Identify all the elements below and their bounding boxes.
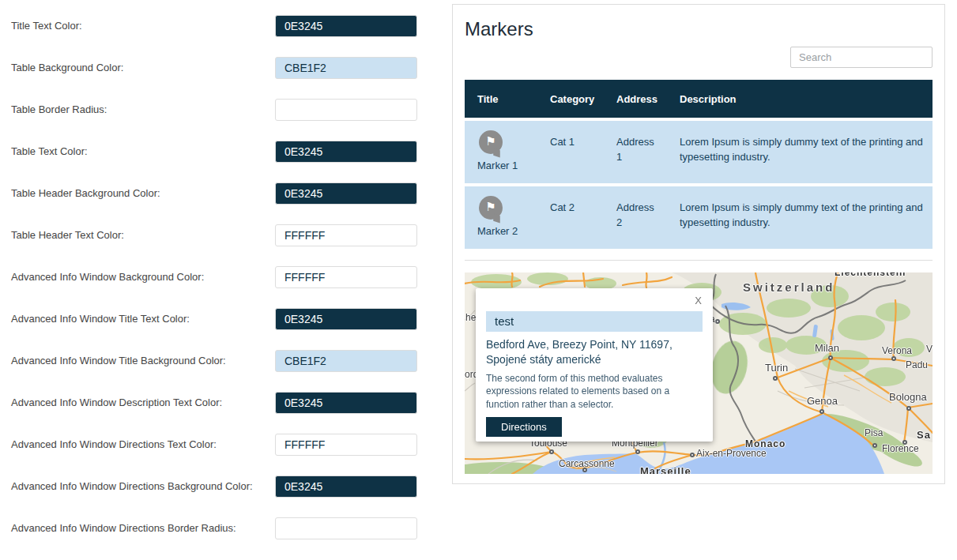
search-wrap bbox=[465, 47, 933, 68]
marker-address: Address 2 bbox=[604, 186, 667, 249]
map-label-switzerland: Switzerland bbox=[743, 280, 835, 294]
table-header-row: Title Category Address Description bbox=[465, 80, 933, 118]
field-row-title-text-color: Title Text Color: bbox=[11, 5, 417, 47]
city-dot bbox=[635, 449, 640, 454]
marker-title: Marker 1 bbox=[477, 159, 533, 174]
city-dot bbox=[549, 449, 554, 454]
info-window-title: test bbox=[495, 314, 514, 328]
marker-title-cell: ⚑ Marker 2 bbox=[465, 186, 537, 249]
field-row-infowindow-title-background-color: Advanced Info Window Title Background Co… bbox=[11, 340, 417, 381]
map-label-san-marino: Sa bbox=[917, 429, 931, 441]
map-label-marseille: Marseille bbox=[640, 465, 691, 474]
info-window-description: The second form of this method evaluates… bbox=[486, 372, 691, 412]
city-dot bbox=[828, 355, 833, 360]
flag-marker-icon: ⚑ bbox=[479, 130, 503, 154]
info-window-address: Bedford Ave, Breezy Point, NY 11697, Spo… bbox=[486, 337, 707, 367]
map-label-milan: Milan bbox=[815, 342, 839, 354]
table-border-radius-input[interactable] bbox=[275, 99, 417, 121]
infowindow-directions-background-color-input[interactable] bbox=[275, 475, 417, 498]
city-dot bbox=[872, 443, 877, 448]
infowindow-background-color-input[interactable] bbox=[275, 266, 417, 288]
field-label: Advanced Info Window Description Text Co… bbox=[11, 397, 222, 408]
infowindow-directions-border-radius-input[interactable] bbox=[275, 517, 417, 539]
infowindow-description-text-color-input[interactable] bbox=[275, 392, 417, 414]
style-settings-form: Title Text Color: Table Background Color… bbox=[11, 5, 417, 549]
info-window-title-bar: test bbox=[486, 311, 703, 332]
column-header-description: Description bbox=[667, 93, 933, 105]
page-title: Markers bbox=[465, 18, 933, 40]
field-row-table-border-radius: Table Border Radius: bbox=[11, 88, 417, 130]
field-label: Advanced Info Window Background Color: bbox=[11, 271, 204, 283]
table-text-color-input[interactable] bbox=[275, 141, 417, 163]
map-info-window: X test Bedford Ave, Breezy Point, NY 116… bbox=[476, 288, 713, 442]
markers-table: Title Category Address Description ⚑ Mar… bbox=[465, 80, 933, 249]
field-row-table-header-text-color: Table Header Text Color: bbox=[11, 214, 417, 256]
field-row-infowindow-title-text-color: Advanced Info Window Title Text Color: bbox=[11, 298, 417, 340]
field-row-infowindow-background-color: Advanced Info Window Background Color: bbox=[11, 256, 417, 298]
city-dot bbox=[773, 376, 778, 381]
field-label: Table Background Color: bbox=[11, 62, 123, 73]
map-label-bologna: Bologna bbox=[889, 391, 927, 403]
field-row-infowindow-directions-border-radius: Advanced Info Window Directions Border R… bbox=[11, 507, 417, 549]
field-row-table-background-color: Table Background Color: bbox=[11, 47, 417, 88]
map-label-turin: Turin bbox=[765, 362, 788, 374]
marker-address: Address 1 bbox=[604, 121, 667, 183]
infowindow-directions-text-color-input[interactable] bbox=[275, 434, 417, 456]
city-dot bbox=[819, 409, 824, 414]
field-row-infowindow-directions-text-color: Advanced Info Window Directions Text Col… bbox=[11, 423, 417, 465]
map-label-venice-fragment: V bbox=[926, 344, 933, 355]
map-label-verona: Verona bbox=[882, 345, 912, 356]
field-label: Table Border Radius: bbox=[11, 103, 107, 115]
column-header-address: Address bbox=[604, 93, 667, 105]
field-label: Advanced Info Window Title Text Color: bbox=[11, 313, 190, 325]
field-label: Table Header Text Color: bbox=[11, 229, 124, 241]
marker-category: Cat 1 bbox=[537, 121, 604, 183]
marker-title: Marker 2 bbox=[477, 224, 533, 239]
map-label-aix-en-provence: Aix-en-Provence bbox=[696, 448, 767, 459]
close-icon[interactable]: X bbox=[486, 295, 703, 309]
marker-category: Cat 2 bbox=[537, 186, 604, 249]
field-label: Table Header Background Color: bbox=[11, 187, 160, 199]
city-dot bbox=[891, 356, 896, 361]
table-header-text-color-input[interactable] bbox=[275, 224, 417, 246]
city-dot bbox=[906, 406, 911, 411]
map-label-liechtenstein: Liechtenstein bbox=[835, 272, 906, 278]
title-text-color-input[interactable] bbox=[275, 15, 417, 37]
marker-title-cell: ⚑ Marker 1 bbox=[465, 121, 537, 183]
markers-preview-panel: Markers Title Category Address Descripti… bbox=[452, 4, 945, 484]
flag-marker-icon: ⚑ bbox=[479, 196, 503, 220]
field-row-infowindow-directions-background-color: Advanced Info Window Directions Backgrou… bbox=[11, 465, 417, 507]
column-header-category: Category bbox=[537, 93, 604, 105]
city-dot bbox=[715, 319, 720, 324]
table-row[interactable]: ⚑ Marker 2 Cat 2 Address 2 Lorem Ipsum i… bbox=[465, 186, 933, 249]
field-label: Advanced Info Window Directions Text Col… bbox=[11, 438, 217, 450]
city-dot bbox=[690, 453, 695, 457]
field-label: Table Text Color: bbox=[11, 145, 88, 157]
map-canvas[interactable]: Switzerland Liechtenstein Milan Verona T… bbox=[465, 272, 933, 474]
map-label-pisa: Pisa bbox=[865, 427, 883, 438]
field-label: Title Text Color: bbox=[11, 20, 82, 32]
map-label-genoa: Genoa bbox=[807, 395, 838, 407]
field-label: Advanced Info Window Directions Border R… bbox=[11, 522, 236, 534]
infowindow-title-text-color-input[interactable] bbox=[275, 308, 417, 330]
marker-description: Lorem Ipsum is simply dummy text of the … bbox=[667, 121, 933, 183]
map-label-padua: Padu bbox=[906, 359, 928, 370]
marker-description: Lorem Ipsum is simply dummy text of the … bbox=[667, 186, 933, 249]
field-row-table-header-background-color: Table Header Background Color: bbox=[11, 172, 417, 214]
page: Title Text Color: Table Background Color… bbox=[0, 0, 957, 560]
table-background-color-input[interactable] bbox=[275, 57, 417, 79]
infowindow-title-background-color-input[interactable] bbox=[275, 350, 417, 372]
search-input[interactable] bbox=[790, 47, 933, 68]
field-label: Advanced Info Window Directions Backgrou… bbox=[11, 480, 253, 492]
directions-button[interactable]: Directions bbox=[486, 417, 562, 437]
table-header-background-color-input[interactable] bbox=[275, 182, 417, 205]
field-label: Advanced Info Window Title Background Co… bbox=[11, 355, 226, 366]
table-row[interactable]: ⚑ Marker 1 Cat 1 Address 1 Lorem Ipsum i… bbox=[465, 121, 933, 183]
column-header-title: Title bbox=[465, 93, 537, 105]
field-row-infowindow-description-text-color: Advanced Info Window Description Text Co… bbox=[11, 381, 417, 423]
divider bbox=[465, 260, 933, 261]
field-row-table-text-color: Table Text Color: bbox=[11, 130, 417, 172]
map-label-carcassonne: Carcassonne bbox=[559, 458, 615, 469]
map-label-florence: Florence bbox=[882, 443, 919, 454]
